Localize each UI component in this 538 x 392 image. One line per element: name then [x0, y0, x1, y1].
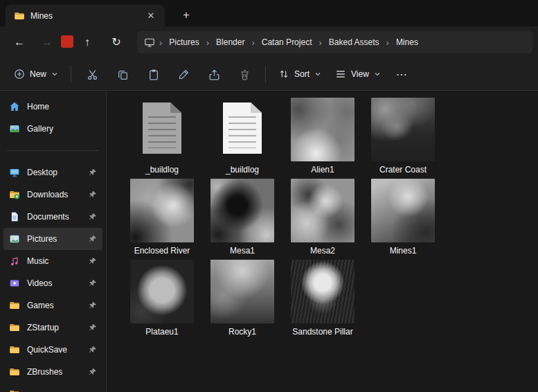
more-options-button[interactable]: ⋯	[388, 68, 416, 81]
monitor-icon[interactable]	[144, 37, 155, 48]
pin-icon	[89, 323, 97, 332]
files-grid: _buildlog _buildlog Alien1 Crater Coast	[107, 91, 512, 341]
pin-icon	[89, 213, 97, 221]
pin-icon	[89, 279, 97, 287]
forward-button[interactable]: →	[36, 32, 58, 53]
folder-icon	[9, 322, 20, 333]
paste-button[interactable]	[138, 62, 168, 87]
file-item[interactable]: _buildlog	[202, 98, 283, 179]
sidebar-item-label: Desktop	[27, 168, 57, 177]
sidebar-item-gallery[interactable]: Gallery	[3, 118, 102, 140]
file-thumbnail	[130, 179, 194, 242]
file-item[interactable]: Plataeu1	[122, 260, 202, 341]
file-item[interactable]: Mesa1	[202, 179, 283, 260]
sidebar-item-label: Downloads	[27, 190, 68, 199]
sidebar-item-quicksave[interactable]: QuickSave	[3, 339, 102, 361]
file-item[interactable]: Mesa2	[283, 179, 363, 260]
file-name: Mesa2	[283, 246, 363, 256]
pin-icon	[89, 190, 97, 199]
cut-button[interactable]	[77, 62, 107, 87]
sidebar-item-label: Pictures	[27, 234, 57, 244]
chevron-down-icon	[314, 71, 321, 78]
sidebar-item-clipped[interactable]	[3, 383, 102, 392]
sidebar-item-home[interactable]: Home	[3, 96, 102, 118]
sidebar-item-desktop[interactable]: Desktop	[3, 161, 102, 184]
sidebar-item-label: ZStartup	[27, 323, 59, 332]
file-item[interactable]: Sandstone Pillar	[283, 260, 363, 341]
breadcrumb-separator: ›	[317, 37, 323, 48]
file-thumbnail	[371, 179, 435, 242]
copy-icon	[117, 69, 129, 80]
breadcrumb-item-pictures[interactable]: Pictures	[163, 35, 204, 50]
back-button[interactable]: ←	[8, 32, 30, 53]
breadcrumb-item-mines[interactable]: Mines	[391, 35, 424, 50]
sidebar-item-label: Music	[27, 256, 48, 266]
command-toolbar: New	[0, 58, 538, 91]
sidebar-item-label: Documents	[27, 212, 69, 222]
view-button-label: View	[351, 69, 369, 79]
sidebar-item-documents[interactable]: Documents	[3, 206, 102, 228]
music-icon	[9, 256, 20, 267]
sidebar-item-label: Games	[27, 301, 54, 310]
sidebar-item-pictures[interactable]: Pictures	[3, 228, 102, 250]
desktop-icon	[9, 167, 20, 178]
gallery-icon	[9, 123, 20, 134]
address-bar[interactable]: › Pictures › Blender › Catan Project › B…	[137, 31, 532, 53]
chevron-down-icon	[374, 71, 381, 78]
view-button[interactable]: View	[328, 63, 388, 85]
up-button[interactable]: ↑	[76, 32, 98, 53]
downloads-folder-icon	[9, 189, 20, 200]
sidebar-item-label: Home	[27, 102, 49, 112]
folder-icon	[9, 300, 20, 311]
rename-button[interactable]	[168, 62, 199, 87]
file-item[interactable]: _buildlog	[122, 98, 202, 179]
file-name: Mesa1	[202, 246, 283, 256]
rename-icon	[178, 69, 190, 80]
tab-close-icon[interactable]: ✕	[144, 9, 158, 23]
new-tab-button[interactable]: +	[177, 6, 195, 24]
file-name: Plataeu1	[122, 327, 202, 337]
refresh-button[interactable]: ↻	[105, 32, 127, 53]
folder-icon	[9, 344, 20, 355]
file-item[interactable]: Rocky1	[202, 260, 283, 341]
file-name: Mines1	[363, 246, 443, 256]
file-item[interactable]: Crater Coast	[363, 98, 443, 179]
file-thumbnail	[210, 179, 274, 242]
new-button[interactable]: New	[7, 63, 65, 85]
folder-icon	[14, 10, 25, 21]
file-thumbnail	[371, 98, 435, 161]
breadcrumb-item-baked-assets[interactable]: Baked Assets	[323, 35, 385, 50]
breadcrumb-item-catan-project[interactable]: Catan Project	[256, 35, 318, 50]
file-name: Crater Coast	[363, 165, 443, 175]
explorer-tab[interactable]: Mines ✕	[6, 5, 165, 26]
sidebar-item-zbrushes[interactable]: ZBrushes	[3, 361, 102, 383]
file-name: Alien1	[283, 165, 363, 175]
breadcrumb-separator: ›	[205, 37, 210, 48]
sidebar-item-zstartup[interactable]: ZStartup	[3, 317, 102, 339]
sidebar-item-videos[interactable]: Videos	[3, 272, 102, 294]
copy-button[interactable]	[107, 62, 138, 87]
view-icon	[335, 69, 346, 80]
breadcrumb-separator: ›	[250, 37, 255, 48]
pin-icon	[89, 235, 97, 243]
new-icon	[14, 69, 25, 80]
sidebar-item-games[interactable]: Games	[3, 294, 102, 317]
sidebar-item-music[interactable]: Music	[3, 250, 102, 272]
file-item[interactable]: Alien1	[283, 98, 363, 179]
delete-button[interactable]	[229, 62, 260, 87]
divider	[265, 66, 266, 82]
breadcrumb-item-blender[interactable]: Blender	[210, 35, 250, 50]
file-item[interactable]: Mines1	[363, 179, 443, 260]
file-thumbnail	[291, 98, 355, 161]
share-button[interactable]	[199, 62, 229, 87]
sidebar-item-downloads[interactable]: Downloads	[3, 184, 102, 206]
chevron-down-icon	[51, 71, 58, 78]
file-list-pane: _buildlog _buildlog Alien1 Crater Coast	[107, 91, 538, 392]
file-name: Rocky1	[202, 327, 283, 337]
sort-button[interactable]: Sort	[271, 63, 328, 85]
file-item[interactable]: Enclosed River	[122, 179, 202, 260]
pin-icon	[89, 301, 97, 310]
red-indicator	[61, 35, 73, 48]
file-name: Sandstone Pillar	[283, 327, 363, 337]
home-icon	[9, 101, 20, 112]
